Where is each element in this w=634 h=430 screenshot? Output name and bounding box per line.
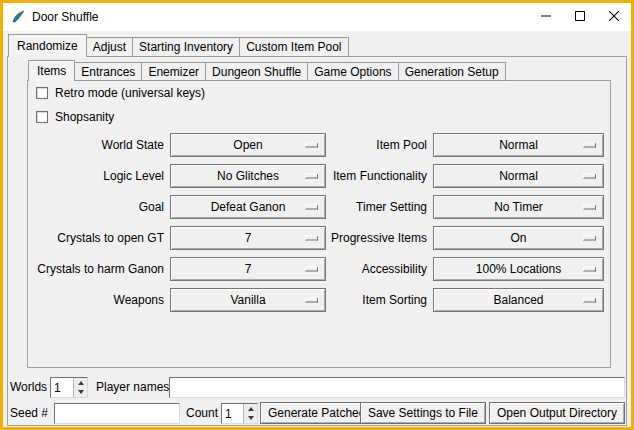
crystals-open-gt-dropdown[interactable]: 7 xyxy=(170,226,326,250)
close-icon xyxy=(609,10,619,24)
dropdown-value: No Glitches xyxy=(217,169,279,183)
sub-tab-strip: Items Entrances Enemizer Dungeon Shuffle… xyxy=(28,60,505,81)
accessibility-dropdown[interactable]: 100% Locations xyxy=(433,257,604,281)
arrow-down-icon xyxy=(78,390,84,394)
progressive-items-label: Progressive Items xyxy=(330,231,429,245)
minimize-icon xyxy=(541,10,551,24)
count-input[interactable] xyxy=(222,404,243,423)
player-names-input[interactable] xyxy=(169,377,625,398)
seed-label: Seed # xyxy=(10,403,48,424)
close-button[interactable] xyxy=(597,3,631,31)
checkbox-box-icon xyxy=(36,87,48,99)
dropdown-value: Normal xyxy=(499,138,538,152)
goal-label: Goal xyxy=(36,200,166,214)
dropdown-value: 7 xyxy=(245,262,252,276)
title-bar: Door Shuffle xyxy=(3,3,631,31)
weapons-dropdown[interactable]: Vanilla xyxy=(170,288,326,312)
spin-up-button[interactable] xyxy=(244,404,257,414)
dropdown-value: No Timer xyxy=(494,200,543,214)
dropdown-indicator-icon xyxy=(305,173,318,178)
checkbox-label: Retro mode (universal keys) xyxy=(55,86,205,100)
dropdown-value: On xyxy=(510,231,526,245)
dropdown-value: 100% Locations xyxy=(476,262,561,276)
maximize-icon xyxy=(575,10,585,24)
minimize-button[interactable] xyxy=(529,3,563,31)
count-spin-arrows xyxy=(243,404,257,423)
timer-setting-label: Timer Setting xyxy=(330,200,429,214)
main-tab-strip: Randomize Adjust Starting Inventory Cust… xyxy=(8,34,348,57)
logic-level-label: Logic Level xyxy=(36,169,166,183)
arrow-up-icon xyxy=(78,381,84,385)
dropdown-value: Open xyxy=(233,138,262,152)
tab-generation-setup[interactable]: Generation Setup xyxy=(398,62,506,81)
world-state-label: World State xyxy=(36,138,166,152)
options-grid: World State Open Item Pool Normal Logic … xyxy=(36,129,604,315)
player-names-label: Player names xyxy=(96,377,169,398)
item-sorting-label: Item Sorting xyxy=(330,293,429,307)
crystals-harm-ganon-dropdown[interactable]: 7 xyxy=(170,257,326,281)
tab-entrances[interactable]: Entrances xyxy=(74,62,142,81)
dropdown-value: Defeat Ganon xyxy=(211,200,286,214)
item-sorting-dropdown[interactable]: Balanced xyxy=(433,288,604,312)
tab-items[interactable]: Items xyxy=(28,60,75,81)
spin-down-button[interactable] xyxy=(244,414,257,424)
item-functionality-dropdown[interactable]: Normal xyxy=(433,164,604,188)
progressive-items-dropdown[interactable]: On xyxy=(433,226,604,250)
crystals-harm-ganon-label: Crystals to harm Ganon xyxy=(36,262,166,276)
tab-enemizer[interactable]: Enemizer xyxy=(141,62,206,81)
worlds-spinner xyxy=(50,377,88,398)
arrow-down-icon xyxy=(248,416,254,420)
dropdown-indicator-icon xyxy=(305,266,318,271)
tab-adjust[interactable]: Adjust xyxy=(86,37,133,57)
worlds-label: Worlds xyxy=(10,377,47,398)
dropdown-value: 7 xyxy=(245,231,252,245)
world-state-dropdown[interactable]: Open xyxy=(170,133,326,157)
dropdown-value: Vanilla xyxy=(230,293,265,307)
worlds-spin-arrows xyxy=(73,378,87,397)
accessibility-label: Accessibility xyxy=(330,262,429,276)
item-pool-label: Item Pool xyxy=(330,138,429,152)
dropdown-indicator-icon xyxy=(583,173,596,178)
timer-setting-dropdown[interactable]: No Timer xyxy=(433,195,604,219)
crystals-open-gt-label: Crystals to open GT xyxy=(36,231,166,245)
weapons-label: Weapons xyxy=(36,293,166,307)
tab-starting-inventory[interactable]: Starting Inventory xyxy=(132,37,240,57)
tab-dungeon-shuffle[interactable]: Dungeon Shuffle xyxy=(205,62,308,81)
caption-buttons xyxy=(529,3,631,31)
count-label: Count xyxy=(186,403,218,424)
spin-down-button[interactable] xyxy=(74,388,87,398)
tab-custom-item-pool[interactable]: Custom Item Pool xyxy=(239,37,348,57)
item-pool-dropdown[interactable]: Normal xyxy=(433,133,604,157)
dropdown-value: Balanced xyxy=(493,293,543,307)
spin-up-button[interactable] xyxy=(74,378,87,388)
dropdown-indicator-icon xyxy=(305,204,318,209)
open-output-directory-button[interactable]: Open Output Directory xyxy=(489,402,625,424)
item-functionality-label: Item Functionality xyxy=(330,169,429,183)
shopsanity-checkbox[interactable]: Shopsanity xyxy=(36,109,114,124)
checkbox-box-icon xyxy=(36,111,48,123)
dropdown-value: Normal xyxy=(499,169,538,183)
window: Door Shuffle Randomize Adjust Starti xyxy=(0,0,634,430)
seed-input[interactable] xyxy=(54,403,180,424)
dropdown-indicator-icon xyxy=(305,142,318,147)
dropdown-indicator-icon xyxy=(583,297,596,302)
tab-randomize[interactable]: Randomize xyxy=(8,34,87,57)
goal-dropdown[interactable]: Defeat Ganon xyxy=(170,195,326,219)
logic-level-dropdown[interactable]: No Glitches xyxy=(170,164,326,188)
count-spinner xyxy=(221,403,258,424)
dropdown-indicator-icon xyxy=(583,142,596,147)
dropdown-indicator-icon xyxy=(583,235,596,240)
window-title: Door Shuffle xyxy=(32,10,99,24)
arrow-up-icon xyxy=(248,407,254,411)
app-icon xyxy=(10,9,26,25)
retro-mode-checkbox[interactable]: Retro mode (universal keys) xyxy=(36,85,205,100)
worlds-input[interactable] xyxy=(51,378,73,397)
dropdown-indicator-icon xyxy=(583,204,596,209)
dropdown-indicator-icon xyxy=(583,266,596,271)
dropdown-indicator-icon xyxy=(305,235,318,240)
maximize-button[interactable] xyxy=(563,3,597,31)
checkbox-label: Shopsanity xyxy=(55,110,114,124)
tab-game-options[interactable]: Game Options xyxy=(307,62,398,81)
save-settings-button[interactable]: Save Settings to File xyxy=(360,402,486,424)
dropdown-indicator-icon xyxy=(305,297,318,302)
